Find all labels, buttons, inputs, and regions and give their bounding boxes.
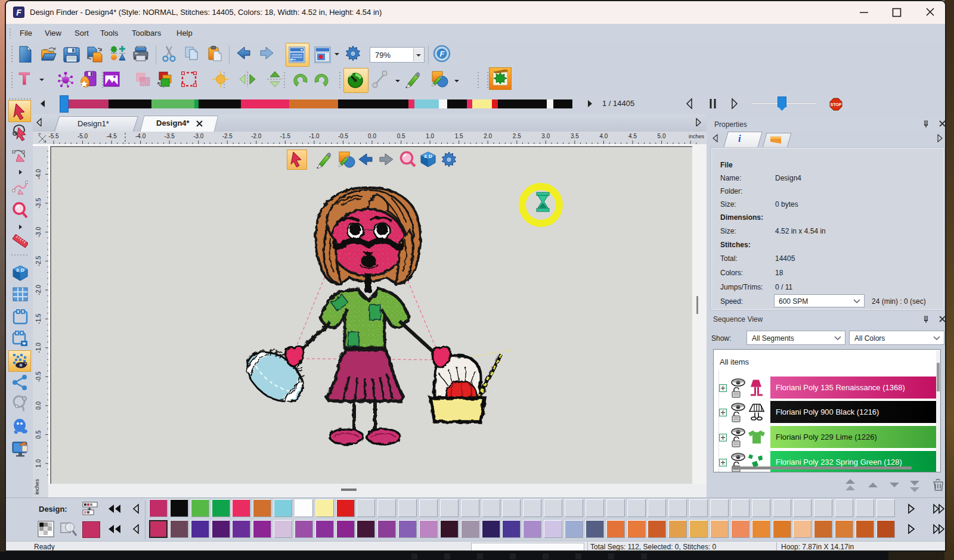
- svg-text:2.5: 2.5: [513, 133, 521, 139]
- svg-text:0.0: 0.0: [35, 402, 42, 410]
- svg-text:STOP: STOP: [831, 102, 842, 107]
- svg-text:-3.5: -3.5: [35, 198, 42, 209]
- svg-text:1.5: 1.5: [455, 133, 463, 139]
- svg-text:F: F: [16, 8, 21, 17]
- svg-text:-4.0: -4.0: [35, 169, 42, 179]
- svg-text:4.0: 4.0: [599, 133, 608, 139]
- svg-text:T: T: [19, 69, 30, 88]
- svg-text:-1.0: -1.0: [35, 343, 42, 353]
- svg-text:1.0: 1.0: [35, 459, 42, 468]
- svg-text:-4.0: -4.0: [135, 133, 146, 139]
- svg-text:F: F: [440, 49, 445, 58]
- svg-text:-3.0: -3.0: [35, 227, 42, 238]
- svg-text:1.0: 1.0: [426, 133, 434, 139]
- svg-text:inches: inches: [34, 478, 40, 494]
- svg-text:0.0: 0.0: [368, 133, 376, 139]
- svg-text:-5.0: -5.0: [78, 133, 88, 139]
- svg-text:-3.5: -3.5: [165, 133, 175, 139]
- svg-text:4.5: 4.5: [628, 133, 637, 139]
- svg-text:-1.5: -1.5: [280, 133, 291, 139]
- svg-text:-2.0: -2.0: [251, 133, 262, 139]
- svg-text:0.5: 0.5: [35, 430, 42, 438]
- svg-text:5.0: 5.0: [658, 133, 666, 139]
- svg-text:3: 3: [16, 267, 19, 273]
- svg-text:-2.5: -2.5: [222, 133, 233, 139]
- svg-text:D: D: [21, 267, 24, 273]
- svg-text:inches: inches: [689, 133, 705, 139]
- svg-text:-0.5: -0.5: [338, 133, 349, 139]
- svg-text:-1.0: -1.0: [309, 133, 320, 139]
- svg-text:2.0: 2.0: [484, 133, 492, 139]
- svg-text:-1.5: -1.5: [35, 313, 42, 324]
- svg-text:-2.5: -2.5: [35, 256, 42, 266]
- svg-text:-3.0: -3.0: [193, 133, 204, 139]
- svg-text:0.5: 0.5: [397, 133, 405, 139]
- svg-text:-0.5: -0.5: [35, 371, 42, 382]
- svg-text:3.0: 3.0: [541, 133, 550, 139]
- svg-text:3.5: 3.5: [571, 133, 579, 139]
- svg-text:-5.5: -5.5: [48, 133, 59, 139]
- svg-text:-4.5: -4.5: [106, 133, 117, 139]
- svg-text:-2.0: -2.0: [35, 285, 42, 295]
